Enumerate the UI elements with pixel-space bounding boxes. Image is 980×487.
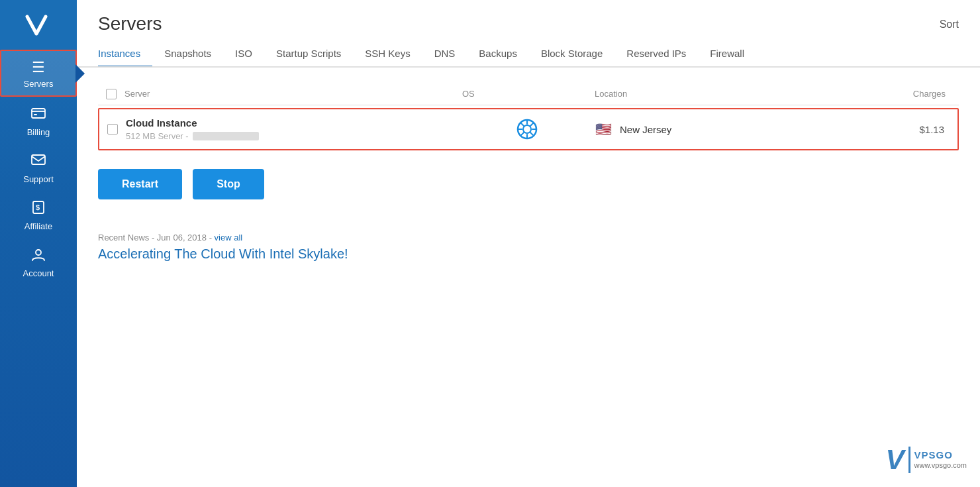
sidebar-item-account-label: Account [23, 268, 54, 278]
sidebar-item-affiliate[interactable]: $ Affiliate [0, 191, 77, 238]
sidebar-item-billing-label: Billing [27, 127, 50, 137]
row-checkbox[interactable] [107, 124, 118, 135]
tab-ssh-keys[interactable]: SSH Keys [353, 41, 422, 68]
watermark: V VPSGO www.vpsgo.com [886, 446, 967, 474]
sort-button[interactable]: Sort [940, 13, 959, 30]
tab-instances[interactable]: Instances [98, 41, 152, 68]
server-name: Cloud Instance [126, 117, 461, 129]
col-os: OS [462, 89, 595, 99]
news-headline[interactable]: Accelerating The Cloud With Intel Skylak… [98, 246, 959, 262]
server-sub: 512 MB Server - [126, 131, 461, 141]
news-section: Recent News - Jun 06, 2018 - view all Ac… [98, 219, 959, 262]
tab-firewall[interactable]: Firewall [698, 41, 756, 68]
row-checkbox-cell [99, 124, 126, 135]
server-info: Cloud Instance 512 MB Server - [126, 117, 461, 141]
svg-point-8 [523, 125, 531, 133]
tab-iso[interactable]: ISO [223, 41, 264, 68]
us-flag-icon: 🇺🇸 [593, 123, 613, 136]
svg-line-15 [530, 123, 534, 127]
sidebar-item-billing[interactable]: Billing [0, 97, 77, 144]
sidebar-item-support[interactable]: Support [0, 144, 77, 191]
page-header: Servers Sort [77, 0, 980, 34]
tab-startup-scripts[interactable]: Startup Scripts [264, 41, 353, 68]
watermark-divider [908, 447, 910, 473]
affiliate-icon: $ [31, 200, 46, 217]
select-all-checkbox[interactable] [106, 89, 117, 99]
svg-text:$: $ [36, 203, 40, 211]
news-view-all-link[interactable]: view all [215, 233, 243, 243]
tab-bar: Instances Snapshots ISO Startup Scripts … [77, 41, 980, 68]
watermark-v: V [886, 446, 905, 474]
content-area: Server OS Location Charges Cloud Instanc… [77, 68, 980, 487]
news-meta: Recent News - Jun 06, 2018 - view all [98, 233, 959, 243]
page-title: Servers [98, 13, 162, 34]
sidebar-item-affiliate-label: Affiliate [24, 221, 52, 231]
col-server: Server [124, 89, 462, 99]
svg-line-13 [521, 123, 524, 127]
stop-button[interactable]: Stop [193, 169, 264, 199]
watermark-text: VPSGO www.vpsgo.com [914, 449, 967, 470]
sidebar-item-account[interactable]: Account [0, 238, 77, 285]
col-location: Location [595, 89, 826, 99]
tab-backups[interactable]: Backups [467, 41, 529, 68]
svg-rect-2 [34, 114, 37, 115]
os-linux-icon [515, 117, 539, 141]
sidebar-item-servers-label: Servers [24, 79, 54, 89]
svg-line-14 [530, 133, 534, 136]
svg-point-6 [36, 250, 41, 255]
location-cell: 🇺🇸 New Jersey [593, 123, 825, 136]
account-icon [31, 247, 46, 264]
sidebar-logo [0, 0, 77, 50]
tab-snapshots[interactable]: Snapshots [152, 41, 223, 68]
table-header: Server OS Location Charges [98, 83, 959, 105]
tab-block-storage[interactable]: Block Storage [529, 41, 614, 68]
table-row[interactable]: Cloud Instance 512 MB Server - [98, 108, 959, 150]
tab-reserved-ips[interactable]: Reserved IPs [614, 41, 698, 68]
location-name: New Jersey [620, 124, 671, 135]
sidebar-item-servers[interactable]: ☰ Servers [0, 50, 77, 97]
action-buttons: Restart Stop [98, 169, 959, 199]
svg-rect-3 [32, 155, 45, 164]
sidebar-item-support-label: Support [23, 174, 54, 184]
support-icon [31, 153, 46, 170]
charges-cell: $1.13 [825, 124, 957, 135]
os-cell [461, 117, 593, 141]
servers-icon: ☰ [32, 60, 45, 75]
billing-icon [31, 106, 46, 123]
restart-button[interactable]: Restart [98, 169, 182, 199]
sidebar: ☰ Servers Billing Support $ A [0, 0, 77, 487]
watermark-url: www.vpsgo.com [914, 461, 967, 470]
ip-address-blurred [193, 132, 259, 140]
main-content: Servers Sort Instances Snapshots ISO Sta… [77, 0, 980, 487]
col-charges: Charges [826, 89, 959, 99]
svg-rect-0 [32, 109, 45, 118]
svg-line-16 [521, 133, 524, 136]
tab-dns[interactable]: DNS [422, 41, 467, 68]
watermark-brand: VPSGO [914, 449, 967, 461]
